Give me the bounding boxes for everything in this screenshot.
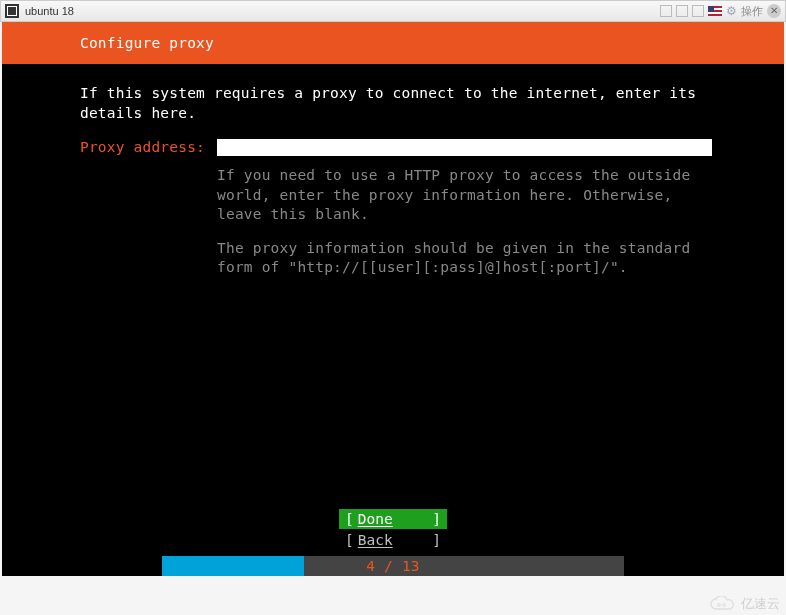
window-title: ubuntu 18 [25,5,660,17]
gear-icon[interactable]: ⚙ [726,4,737,18]
progress-bar: 4 / 13 [162,556,624,576]
proxy-address-label: Proxy address: [80,139,205,155]
screen2-icon[interactable] [676,5,688,17]
watermark: 亿速云 [709,595,780,613]
instruction-text: If this system requires a proxy to conne… [80,84,706,123]
proxy-address-input[interactable] [217,139,712,156]
svg-point-0 [718,604,721,607]
progress-text: 4 / 13 [162,558,624,574]
help-paragraph-2: The proxy information should be given in… [217,239,712,278]
close-icon[interactable]: ✕ [767,4,781,18]
content-area: If this system requires a proxy to conne… [2,64,784,292]
page-title: Configure proxy [80,35,214,51]
screen3-icon[interactable] [692,5,704,17]
us-flag-icon[interactable] [708,6,722,16]
cloud-icon [709,596,737,612]
window-titlebar: ubuntu 18 ⚙ 操作 ✕ [0,0,786,22]
app-icon [5,4,19,18]
action-buttons: [Done] [Back] [2,509,784,550]
help-paragraph-1: If you need to use a HTTP proxy to acces… [217,166,712,225]
done-button[interactable]: [Done] [339,509,447,529]
back-button[interactable]: [Back] [339,530,447,550]
window-controls: ⚙ 操作 ✕ [660,4,781,19]
screen-icon[interactable] [660,5,672,17]
svg-point-1 [723,604,726,607]
proxy-help-text: If you need to use a HTTP proxy to acces… [217,166,712,278]
installer-screen: Configure proxy If this system requires … [2,22,784,576]
proxy-form-row: Proxy address: If you need to use a HTTP… [80,139,706,292]
installer-header: Configure proxy [2,22,784,64]
operations-label[interactable]: 操作 [741,4,763,19]
watermark-text: 亿速云 [741,595,780,613]
